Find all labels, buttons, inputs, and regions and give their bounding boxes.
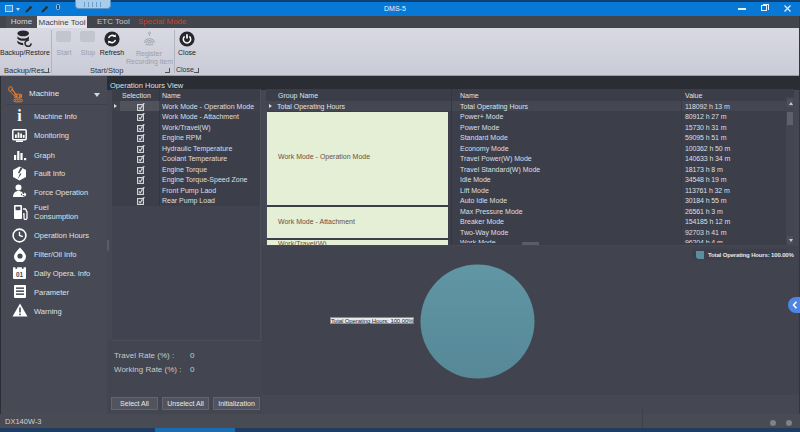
svg-text:01: 01 [16, 271, 24, 278]
